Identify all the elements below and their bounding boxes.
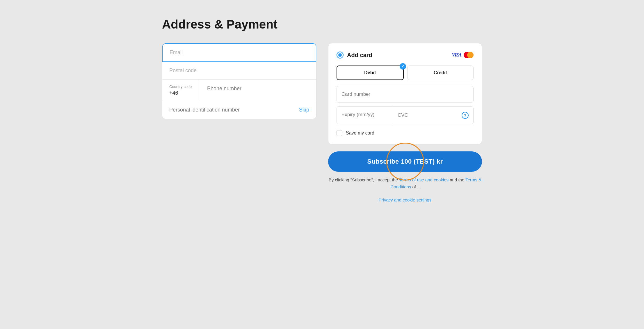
terms-of-use-link[interactable]: Terms of use and cookies [399,177,449,182]
terms-mid: and the [450,177,464,182]
page-container: Address & Payment Country code +46 [162,17,482,202]
mc-orange-circle [467,52,474,58]
save-card-label: Save my card [346,130,374,136]
subscribe-button[interactable]: Subscribe 100 (TEST) kr [328,151,482,172]
card-number-field[interactable] [337,86,474,103]
postal-input[interactable] [169,68,309,74]
phone-row: Country code +46 [162,80,316,101]
card-box: Add card VISA Debit ✓ [328,43,482,144]
card-header: Add card VISA [337,52,474,59]
postal-field-wrapper[interactable] [162,62,316,80]
save-card-row: Save my card [337,130,474,136]
country-code-field[interactable]: Country code +46 [162,80,200,101]
content-row: Country code +46 Skip [162,43,482,202]
terms-text: By clicking "Subscribe", I accept the Te… [328,176,482,190]
pin-field-wrapper[interactable]: Skip [162,101,316,119]
debit-credit-row: Debit ✓ Credit [337,66,474,80]
terms-suffix: of ,. [412,184,420,189]
pin-input[interactable] [169,107,299,113]
skip-link[interactable]: Skip [299,107,309,113]
debit-check-icon: ✓ [400,63,406,70]
debit-button[interactable]: Debit ✓ [337,66,404,80]
expiry-field[interactable] [337,107,393,124]
country-code-label: Country code [169,84,193,89]
cvc-input[interactable] [398,112,459,118]
cvc-field[interactable]: ? [393,107,473,124]
visa-icon: VISA [452,52,461,58]
expiry-input[interactable] [341,112,388,118]
card-number-input[interactable] [341,91,469,97]
save-card-checkbox[interactable] [337,130,342,136]
credit-button[interactable]: Credit [407,66,474,80]
phone-field[interactable] [200,80,316,101]
add-card-radio[interactable] [337,52,344,59]
page-title: Address & Payment [162,17,482,31]
subscribe-button-wrapper: Subscribe 100 (TEST) kr [328,151,482,172]
subscribe-area: Subscribe 100 (TEST) kr By clicking "Sub… [328,151,482,202]
email-input[interactable] [170,49,309,56]
right-panel: Add card VISA Debit ✓ [328,43,482,202]
terms-prefix: By clicking "Subscribe", I accept the [329,177,398,182]
radio-inner [338,53,342,57]
card-logos: VISA [452,52,474,58]
cvc-help-icon[interactable]: ? [462,112,469,119]
left-panel: Country code +46 Skip [162,43,316,119]
mastercard-icon [464,52,474,58]
expiry-cvc-row: ? [337,106,474,124]
privacy-settings-link[interactable]: Privacy and cookie settings [379,197,432,202]
country-code-value: +46 [169,90,193,96]
phone-input[interactable] [207,86,309,92]
add-card-label: Add card [347,52,372,59]
email-field-wrapper[interactable] [162,43,316,62]
card-header-left: Add card [337,52,372,59]
